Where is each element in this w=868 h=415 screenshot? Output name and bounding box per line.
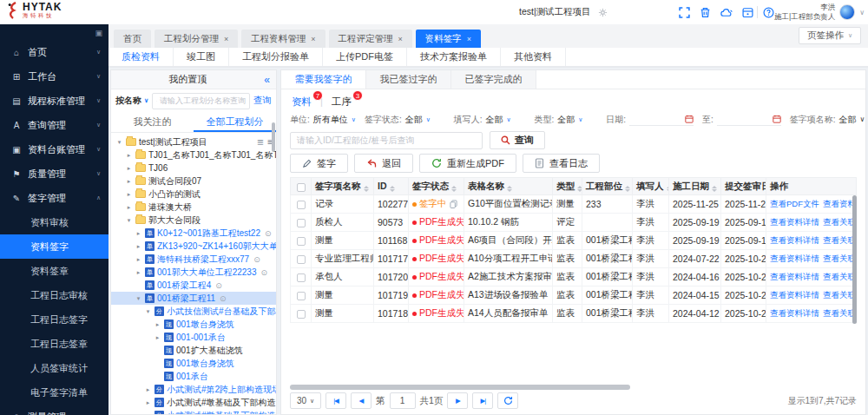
tree-caret-icon[interactable]: ▸ [125,191,133,198]
column-header[interactable]: 签字状态 [409,178,464,195]
sidebar-item-standards[interactable]: ▤规程标准管理∨ [0,89,108,113]
tree-node[interactable]: ▸港珠澳大桥 [111,201,276,214]
row-checkbox[interactable] [291,195,312,214]
calendar-box-icon[interactable] [742,7,753,18]
sidebar-subitem[interactable]: 工程日志审核 [0,283,108,307]
sort-icon[interactable] [712,186,717,192]
tree-node[interactable]: ▾test|测试工程项目≣≡ [111,135,276,148]
tree-caret-icon[interactable]: ▸ [125,152,133,159]
tree-node[interactable]: ▸现001-001承台 [111,331,276,344]
row-checkbox[interactable] [291,287,312,305]
tree-caret-icon[interactable]: ▾ [144,308,152,315]
sidebar-subitem[interactable]: 工程日志签章 [0,332,108,356]
node-settings-icon[interactable]: ⊙ [261,268,268,277]
sub-tab[interactable]: 质检资料 [108,48,174,66]
sidebar-subitem[interactable]: 人员签审统计 [0,356,108,380]
view-log-button[interactable]: 查看日志 [523,154,600,173]
table-row[interactable]: 测量101168PDF生成失败A6项目（合同段）开工令监表001桥梁工程/001… [291,232,857,250]
action-link[interactable]: 查看关联资料 [823,290,857,300]
tree-node[interactable]: ▸TJ06 [111,161,276,175]
tree-node[interactable]: ▸分小武测试#第2跨上部构造现场浇筑 [111,383,276,396]
checkbox-icon[interactable] [297,183,306,192]
checkbox-icon[interactable] [297,273,306,282]
panel-collapse-icon[interactable]: « [264,74,276,86]
page-tab[interactable]: 工程评定管理× [329,30,412,48]
page-tab[interactable]: 工程划分管理× [155,30,238,48]
tree-node[interactable]: 单001桥梁工程4⊙ [111,279,276,292]
refresh-button[interactable] [497,392,518,409]
filter-select[interactable]: 所有单位∨ [313,114,356,126]
tree-caret-icon[interactable]: ▸ [135,269,142,276]
tree-caret-icon[interactable]: ▸ [135,243,142,250]
checkbox-icon[interactable] [297,237,306,246]
action-link[interactable]: 查看关联资料 [823,272,857,281]
sidebar-subitem[interactable]: 工程日志签字 [0,307,108,332]
action-link[interactable]: 查看资料详情 [770,235,819,245]
tree-caret-icon[interactable]: ▸ [135,230,142,237]
checkbox-icon[interactable] [297,201,306,209]
close-icon[interactable]: × [311,35,315,43]
action-link[interactable]: 查看资料详情 [770,308,819,318]
project-selector[interactable]: test|测试工程项目 [519,0,608,24]
row-checkbox[interactable] [291,268,312,287]
sidebar-item-measure[interactable]: ◎测量管理∨ [0,405,108,415]
action-link[interactable]: 查看关联资料 [823,254,857,263]
wbs-search-input[interactable]: 请输入工程划分名称查询 [152,93,250,109]
column-header[interactable]: ID [374,178,409,195]
counter-materials[interactable]: 资料 7 [292,96,312,109]
next-page-button[interactable]: ▶ [447,392,468,409]
avatar[interactable] [839,4,855,20]
tree-caret-icon[interactable]: ▸ [125,178,133,185]
checkbox-icon[interactable] [297,292,306,300]
tree-node[interactable]: ▾单001桥梁工程11⊙ [111,292,276,305]
tree-node[interactable]: 现001墩台身浇筑 [111,357,276,370]
tree-node[interactable]: ▸单001郭大大单位工程22233⊙ [111,266,276,279]
tree-caret-icon[interactable]: ▾ [125,217,133,224]
action-link[interactable]: 查看资料详情 [823,199,857,208]
tree-node[interactable]: ▸单ZK13+920~ZK14+160郭大大单位工程4... [111,240,276,253]
user-chevron-down-icon[interactable]: ∨ [859,9,865,16]
prev-page-button[interactable]: ◀ [351,392,372,409]
tree-node[interactable]: 现001承台 [111,370,276,383]
sidebar-subitem[interactable]: 资料签字 [0,234,108,259]
tree-node[interactable]: ▸TJ01_名称TJ01_名称TJ01_名称TJ0... [111,148,276,161]
row-checkbox[interactable] [291,214,312,232]
action-link[interactable]: 查看关联资料 [823,308,857,318]
sidebar-subitem[interactable]: 电子签字清单 [0,380,108,405]
filter-select[interactable]: 全部∨ [557,114,597,126]
list-view-icon[interactable]: ≣ [257,137,264,147]
user-menu[interactable]: 李洪 施工|工程部负责人 ∨ [774,0,865,24]
column-header[interactable]: 表格名称 [464,178,553,195]
sidebar-item-query[interactable]: A查询管理∨ [0,113,108,137]
sidebar-subitem[interactable]: 资料签章 [0,259,108,283]
close-icon[interactable]: × [224,35,228,43]
table-scrollbar-vertical[interactable] [852,195,857,324]
tree-caret-icon[interactable]: ▸ [154,321,161,328]
sidebar-collapse-icon[interactable]: ▣ [95,29,102,37]
tree-caret-icon[interactable]: ▸ [125,204,133,211]
tree-scrollbar[interactable] [272,122,275,152]
tree-caret-icon[interactable]: ▸ [125,165,133,172]
table-row[interactable]: 测量101719PDF生成失败A13进场设备报验单监表001桥梁工程/001-0… [291,287,857,305]
tree-node[interactable]: ▾郭大大合同段 [111,214,276,227]
sort-icon[interactable] [625,186,630,192]
row-checkbox[interactable] [291,250,312,268]
regenerate-pdf-button[interactable]: 重新生成PDF [419,154,516,173]
table-row[interactable]: 专业监理工程师101717PDF生成失败A10分项工程开工申请批复单监表001桥… [291,250,857,268]
table-row[interactable]: 测量101718PDF生成失败A14人员配备报审单监表001桥梁工程/001-0… [291,305,857,323]
tab-signature-complete[interactable]: 已签字完成的 [451,70,536,89]
tree-node[interactable]: ▸单海特科技桥梁工程xxx77⊙ [111,253,276,266]
checkbox-icon[interactable] [297,219,306,227]
filter-select[interactable]: 全部∨ [485,114,525,126]
tree-caret-icon[interactable]: ▸ [144,399,152,406]
search-by-select[interactable]: 按名称 ∨ [115,95,148,107]
tab-my-followed[interactable]: 我关注的 [111,112,194,132]
sort-icon[interactable] [364,186,369,192]
trash-icon[interactable] [700,7,711,18]
project-settings-icon[interactable] [598,8,608,17]
sort-icon[interactable] [507,186,512,192]
fullscreen-icon[interactable] [679,7,690,18]
filter-select[interactable]: 全部∨ [405,114,445,126]
action-link[interactable]: 查看资料详情 [770,272,819,281]
first-page-button[interactable]: |◀ [326,392,346,409]
